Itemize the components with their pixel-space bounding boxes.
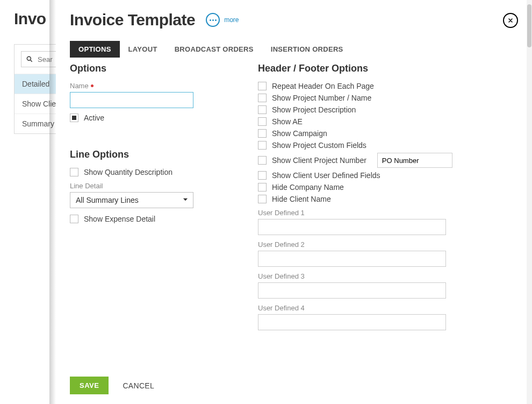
chevron-down-icon (182, 196, 189, 205)
ud2-input[interactable] (258, 251, 446, 267)
more-label: more (224, 16, 239, 24)
ud4-label: User Defined 4 (258, 304, 518, 312)
tab-insertion-orders[interactable]: INSERTION ORDERS (262, 41, 352, 58)
tab-broadcast-orders[interactable]: BROADCAST ORDERS (166, 41, 262, 58)
name-label: Name (70, 82, 247, 90)
close-button[interactable] (503, 13, 518, 28)
ud3-label: User Defined 3 (258, 272, 518, 280)
modal-title: Invoice Template (70, 11, 195, 29)
close-icon (507, 17, 514, 24)
hf-label: Hide Company Name (272, 183, 344, 192)
header-footer-column: Header / Footer Options Repeat Header On… (258, 63, 518, 330)
active-label: Active (84, 114, 104, 122)
show-expense-checkbox[interactable] (70, 215, 78, 223)
invoice-template-modal: Invoice Template more OPTIONS LAYOUT BRO… (56, 0, 532, 404)
show-expense-label: Show Expense Detail (84, 215, 155, 223)
ud1-input[interactable] (258, 219, 446, 235)
hf-checkbox-show-ae[interactable] (258, 117, 267, 126)
active-checkbox[interactable] (70, 114, 78, 122)
hf-checkbox-show-client-projnum[interactable] (258, 156, 267, 165)
svg-point-0 (27, 56, 31, 60)
hf-checkbox-repeat-header[interactable] (258, 82, 267, 90)
hf-checkbox-show-client-udf[interactable] (258, 171, 267, 180)
ud1-label: User Defined 1 (258, 209, 518, 217)
ellipsis-icon (206, 13, 220, 27)
show-qty-label: Show Quantity Description (84, 168, 172, 176)
line-options-heading: Line Options (70, 149, 247, 160)
hf-label: Show Client Project Number (272, 156, 366, 165)
hf-checkbox-show-proj-desc[interactable] (258, 105, 267, 114)
modal-shadow (49, 0, 56, 404)
tab-bar: OPTIONS LAYOUT BROADCAST ORDERS INSERTIO… (70, 41, 518, 58)
ud2-label: User Defined 2 (258, 240, 518, 249)
hf-checkbox-show-proj-cf[interactable] (258, 141, 267, 150)
hf-label: Show Campaign (272, 129, 327, 138)
header-footer-heading: Header / Footer Options (258, 63, 518, 74)
modal-header: Invoice Template more (70, 11, 518, 29)
hf-checkbox-hide-client[interactable] (258, 195, 267, 203)
hf-checkbox-show-campaign[interactable] (258, 129, 267, 138)
search-icon (26, 55, 33, 63)
hf-label: Show AE (272, 117, 303, 126)
hf-label: Hide Client Name (272, 195, 331, 203)
hf-label: Show Project Number / Name (272, 94, 371, 102)
modal-footer: SAVE CANCEL (56, 370, 532, 404)
line-detail-select[interactable]: All Summary Lines (70, 192, 193, 208)
ud3-input[interactable] (258, 282, 446, 299)
ud4-input[interactable] (258, 314, 446, 330)
hf-label: Show Project Description (272, 105, 356, 114)
client-projnum-input[interactable] (377, 153, 452, 168)
tab-options[interactable]: OPTIONS (70, 41, 120, 58)
hf-checkbox-hide-company[interactable] (258, 183, 267, 192)
scrollbar[interactable] (527, 0, 532, 404)
show-qty-checkbox[interactable] (70, 168, 78, 176)
tab-layout[interactable]: LAYOUT (120, 41, 166, 58)
more-button[interactable]: more (206, 13, 239, 27)
hf-checkbox-show-proj-num[interactable] (258, 94, 267, 102)
hf-label: Show Project Custom Fields (272, 141, 366, 150)
hf-label: Repeat Header On Each Page (272, 82, 374, 90)
cancel-button[interactable]: CANCEL (119, 381, 157, 391)
required-dot-icon (91, 84, 94, 87)
name-input[interactable] (70, 92, 193, 108)
scroll-thumb[interactable] (527, 4, 531, 47)
options-heading: Options (70, 63, 247, 74)
svg-line-1 (31, 60, 32, 62)
hf-label: Show Client User Defined Fields (272, 171, 380, 180)
save-button[interactable]: SAVE (70, 377, 109, 394)
line-detail-label: Line Detail (70, 182, 247, 190)
options-column: Options Name Active Line Options Show Qu… (70, 63, 247, 330)
